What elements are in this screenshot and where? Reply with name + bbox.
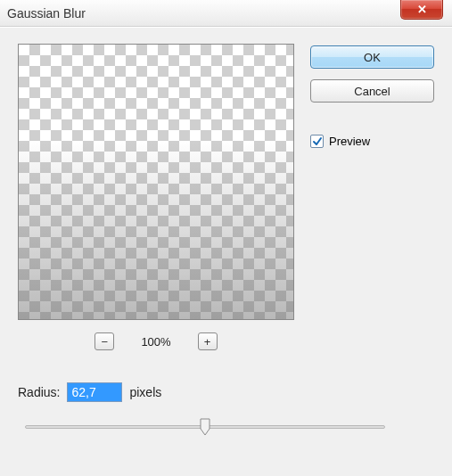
- check-icon: [312, 136, 323, 147]
- ok-button[interactable]: OK: [310, 45, 434, 69]
- radius-slider-row: [18, 418, 392, 436]
- preview-canvas[interactable]: [18, 44, 294, 320]
- preview-area: − 100% +: [18, 44, 294, 350]
- titlebar: Gaussian Blur ✕: [0, 0, 452, 27]
- dialog-title: Gaussian Blur: [7, 6, 86, 21]
- close-icon: ✕: [417, 3, 427, 16]
- slider-thumb-icon: [200, 418, 210, 436]
- cancel-button-label: Cancel: [354, 85, 390, 98]
- preview-checkbox-row: Preview: [310, 135, 434, 148]
- radius-label: Radius:: [18, 385, 60, 399]
- slider-thumb[interactable]: [200, 418, 210, 436]
- side-panel: OK Cancel Preview: [310, 44, 434, 350]
- radius-slider[interactable]: [25, 418, 385, 436]
- zoom-in-button[interactable]: +: [198, 332, 218, 350]
- preview-content: [19, 45, 293, 319]
- close-button[interactable]: ✕: [400, 0, 443, 20]
- radius-input-wrap: [67, 382, 122, 402]
- dialog-body: − 100% + OK Cancel Previe: [0, 27, 452, 476]
- zoom-controls: − 100% +: [18, 332, 294, 350]
- preview-checkbox-label: Preview: [329, 135, 370, 148]
- zoom-level: 100%: [141, 335, 170, 349]
- radius-unit: pixels: [129, 385, 161, 399]
- zoom-out-button[interactable]: −: [95, 332, 114, 350]
- plus-icon: +: [204, 335, 211, 349]
- preview-checkbox[interactable]: [310, 135, 324, 148]
- radius-input[interactable]: [68, 383, 121, 401]
- cancel-button[interactable]: Cancel: [310, 79, 434, 103]
- ok-button-label: OK: [364, 51, 381, 64]
- minus-icon: −: [102, 335, 109, 349]
- radius-row: Radius: pixels: [18, 382, 434, 402]
